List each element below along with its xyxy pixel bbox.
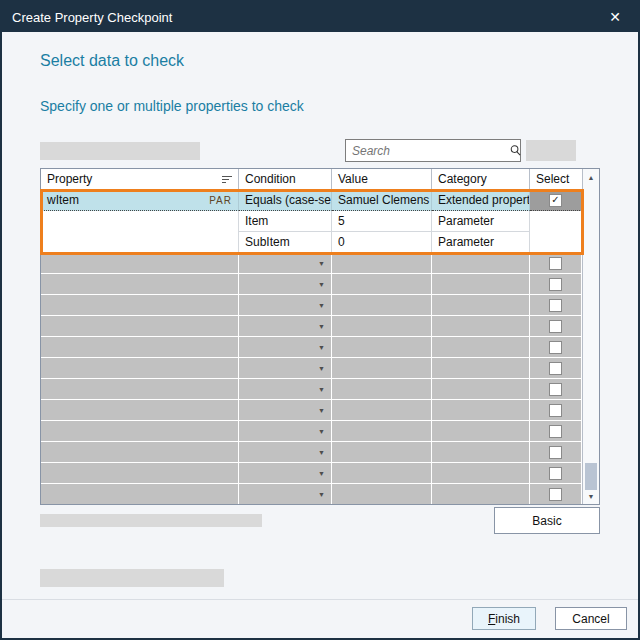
search-input[interactable] xyxy=(352,144,509,158)
page-title: Select data to check xyxy=(40,52,184,70)
property-cell xyxy=(41,295,239,316)
table-row-empty: ▼ xyxy=(41,421,582,442)
vertical-scrollbar[interactable]: ▲ ▼ xyxy=(582,169,599,504)
condition-dropdown[interactable]: ▼ xyxy=(239,400,332,421)
row-checkbox[interactable] xyxy=(549,488,562,501)
row-checkbox[interactable] xyxy=(549,278,562,291)
condition-dropdown[interactable]: ▼ xyxy=(239,337,332,358)
finish-button[interactable]: Finish xyxy=(472,607,536,630)
property-cell xyxy=(41,463,239,484)
condition-dropdown[interactable]: ▼ xyxy=(239,421,332,442)
condition-dropdown[interactable]: ▼ xyxy=(239,358,332,379)
chevron-down-icon: ▼ xyxy=(318,323,325,330)
row-checkbox[interactable] xyxy=(549,425,562,438)
search-box[interactable] xyxy=(345,139,521,162)
redacted-hint-bar xyxy=(40,514,262,527)
redacted-control-bar xyxy=(526,140,576,161)
close-icon[interactable]: ✕ xyxy=(602,6,628,28)
table-row-witem[interactable]: wItem PAR Equals (case-se ▼ Samuel Cleme… xyxy=(41,190,582,211)
select-cell xyxy=(530,484,582,504)
table-row-empty: ▼ xyxy=(41,274,582,295)
window-title: Create Property Checkpoint xyxy=(12,10,602,25)
chevron-down-icon: ▼ xyxy=(318,449,325,456)
table-row-item[interactable]: Item 5 Parameter xyxy=(41,211,582,232)
row-checkbox[interactable] xyxy=(549,341,562,354)
condition-dropdown[interactable]: ▼ xyxy=(239,253,332,274)
condition-dropdown[interactable]: ▼ xyxy=(239,484,332,504)
select-cell xyxy=(530,421,582,442)
value-cell xyxy=(332,295,432,316)
row-checkbox[interactable] xyxy=(549,299,562,312)
cancel-button[interactable]: Cancel xyxy=(555,607,627,630)
select-cell xyxy=(530,274,582,295)
property-cell[interactable]: wItem PAR xyxy=(41,190,239,211)
row-checkbox[interactable] xyxy=(549,362,562,375)
chevron-down-icon: ▼ xyxy=(318,428,325,435)
redacted-option-bar xyxy=(40,569,224,587)
select-cell xyxy=(530,232,582,253)
select-cell xyxy=(530,337,582,358)
scroll-down-icon[interactable]: ▼ xyxy=(583,488,599,504)
condition-dropdown[interactable]: ▼ xyxy=(239,379,332,400)
scrollbar-thumb[interactable] xyxy=(585,463,597,490)
category-cell xyxy=(432,379,530,400)
category-cell: Parameter xyxy=(432,232,530,253)
category-cell xyxy=(432,421,530,442)
condition-dropdown[interactable]: ▼ xyxy=(239,463,332,484)
row-checkbox-checked[interactable]: ✓ xyxy=(549,194,562,207)
value-cell xyxy=(332,400,432,421)
chevron-down-icon: ▼ xyxy=(318,302,325,309)
value-cell xyxy=(332,484,432,504)
category-cell: Extended property xyxy=(432,190,530,211)
row-checkbox[interactable] xyxy=(549,467,562,480)
condition-dropdown[interactable]: ▼ xyxy=(239,442,332,463)
condition-dropdown[interactable]: ▼ xyxy=(239,295,332,316)
row-checkbox[interactable] xyxy=(549,320,562,333)
property-cell xyxy=(41,253,239,274)
column-header-property[interactable]: Property xyxy=(41,169,239,190)
select-cell xyxy=(530,211,582,232)
column-header-condition[interactable]: Condition xyxy=(239,169,332,190)
chevron-down-icon: ▼ xyxy=(318,365,325,372)
select-cell xyxy=(530,316,582,337)
category-cell xyxy=(432,295,530,316)
condition-cell[interactable]: Item xyxy=(239,211,332,232)
section-title: Specify one or multiple properties to ch… xyxy=(40,98,304,114)
create-property-checkpoint-dialog: Create Property Checkpoint ✕ Select data… xyxy=(0,0,640,640)
category-cell xyxy=(432,442,530,463)
condition-dropdown[interactable]: Equals (case-se ▼ xyxy=(239,190,332,211)
select-cell: ✓ xyxy=(530,190,582,211)
table-row-empty: ▼ xyxy=(41,337,582,358)
column-header-select[interactable]: Select xyxy=(530,169,582,190)
select-cell xyxy=(530,295,582,316)
value-cell[interactable]: 0 xyxy=(332,232,432,253)
condition-dropdown[interactable]: ▼ xyxy=(239,316,332,337)
condition-dropdown[interactable]: ▼ xyxy=(239,274,332,295)
select-cell xyxy=(530,463,582,484)
property-cell xyxy=(41,379,239,400)
chevron-down-icon: ▼ xyxy=(318,491,325,498)
property-cell xyxy=(41,211,239,232)
property-cell xyxy=(41,358,239,379)
value-cell xyxy=(332,379,432,400)
row-checkbox[interactable] xyxy=(549,257,562,270)
basic-button[interactable]: Basic xyxy=(494,507,600,534)
chevron-down-icon: ▼ xyxy=(318,470,325,477)
select-cell xyxy=(530,400,582,421)
value-cell[interactable]: Samuel Clemens xyxy=(332,190,432,211)
property-cell xyxy=(41,274,239,295)
row-checkbox[interactable] xyxy=(549,404,562,417)
value-cell[interactable]: 5 xyxy=(332,211,432,232)
value-cell xyxy=(332,253,432,274)
scroll-up-icon[interactable]: ▲ xyxy=(583,169,599,185)
row-checkbox[interactable] xyxy=(549,446,562,459)
row-checkbox[interactable] xyxy=(549,383,562,396)
condition-cell[interactable]: SubItem xyxy=(239,232,332,253)
chevron-down-icon: ▼ xyxy=(318,281,325,288)
table-row-empty: ▼ xyxy=(41,316,582,337)
value-cell xyxy=(332,463,432,484)
category-cell xyxy=(432,274,530,295)
column-header-value[interactable]: Value xyxy=(332,169,432,190)
table-row-subitem[interactable]: SubItem 0 Parameter xyxy=(41,232,582,253)
column-header-category[interactable]: Category xyxy=(432,169,530,190)
